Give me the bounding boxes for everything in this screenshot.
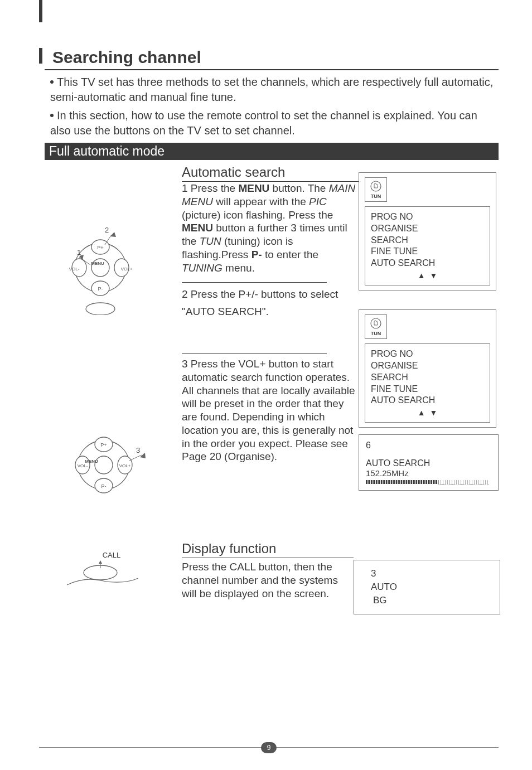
section-band: Full automatic mode (45, 143, 499, 160)
display-osd: 3 AUTO BG (354, 541, 499, 614)
svg-text:1: 1 (77, 248, 81, 256)
osd-item: FINE TUNE (371, 246, 484, 258)
svg-text:VOL+: VOL+ (121, 267, 133, 272)
svg-marker-16 (110, 232, 116, 237)
section-heading-1: Automatic search (182, 164, 359, 182)
osd-item: SEARCH (371, 235, 484, 246)
osd-item: ORGANISE (371, 360, 484, 372)
svg-text:MENU: MENU (91, 261, 104, 266)
intro-paragraph-1: This TV set has three methods to set the… (50, 75, 499, 105)
osd-menu-2: PROG NO ORGANISE SEARCH FINE TUNE AUTO S… (365, 343, 490, 423)
svg-text:2: 2 (105, 226, 109, 234)
progress-bar (366, 480, 491, 485)
intro1-text: This TV set has three methods to set the… (50, 76, 493, 103)
osd-item: PROG NO (371, 348, 484, 360)
osd-column: TUN PROG NO ORGANISE SEARCH FINE TUNE AU… (359, 164, 499, 491)
title-underline (45, 69, 499, 70)
osd-box-2: TUN PROG NO ORGANISE SEARCH FINE TUNE AU… (359, 309, 496, 428)
osd-item: AUTO SEARCH (371, 395, 484, 406)
step-1: 1 Press the MENU button. The MAIN MENU w… (182, 182, 359, 274)
svg-point-6 (86, 303, 115, 315)
top-mark (39, 0, 42, 22)
bullet-icon (50, 80, 54, 84)
page-footer: 9 (39, 747, 499, 753)
tun-icon-box: TUN (365, 314, 387, 339)
step-2: 2 Press the P+/- buttons to select "AUTO… (182, 286, 359, 320)
osd-menu-1: PROG NO ORGANISE SEARCH FINE TUNE AUTO S… (365, 206, 490, 285)
disp-system: BG (371, 594, 490, 607)
tun-label: TUN (371, 193, 381, 199)
svg-text:P-: P- (101, 483, 107, 489)
progress-channel: 6 (366, 440, 491, 451)
hand-icon (370, 317, 382, 330)
section-heading-2: Display function (182, 541, 354, 558)
arrow-icons: ▲ ▼ (371, 408, 484, 418)
display-paragraph: Press the CALL button, then the channel … (182, 560, 354, 600)
manual-page: Searching channel This TV set has three … (0, 0, 532, 770)
svg-text:P+: P+ (100, 442, 107, 448)
svg-text:VOL+: VOL+ (119, 463, 131, 468)
svg-marker-36 (99, 560, 102, 564)
svg-text:P+: P+ (97, 245, 103, 250)
bullet-icon (50, 114, 54, 117)
display-function-row: CALL Display function Press the CALL but… (45, 541, 499, 614)
intro2-text: In this section, how to use the remote c… (50, 109, 477, 137)
remote-svg-2: P+ P- VOL- VOL+ MENU 3 (48, 426, 159, 504)
remote-svg-1: P+ P- VOL- VOL+ MENU 1 2 (45, 220, 156, 315)
display-function-text: Display function Press the CALL button, … (182, 541, 354, 614)
disp-mode: AUTO (371, 580, 490, 594)
hand-icon (370, 180, 382, 192)
progress-label: AUTO SEARCH (366, 458, 491, 468)
heading-mark (39, 48, 42, 64)
step-divider-1 (182, 282, 327, 283)
osd-item: SEARCH (371, 372, 484, 384)
svg-text:VOL-: VOL- (69, 267, 80, 272)
osd-item: ORGANISE (371, 223, 484, 235)
svg-text:MENU: MENU (85, 459, 98, 464)
page-number: 9 (261, 742, 277, 753)
osd-item: AUTO SEARCH (371, 258, 484, 269)
step-3: 3 Press the VOL+ button to start automat… (182, 357, 359, 463)
osd-box-1: TUN PROG NO ORGANISE SEARCH FINE TUNE AU… (359, 172, 496, 290)
call-label: CALL (45, 551, 178, 559)
step-divider-2 (182, 353, 327, 354)
tun-icon-box: TUN (365, 177, 387, 202)
page-title: Searching channel (52, 48, 499, 67)
display-osd-box: 3 AUTO BG (354, 560, 500, 614)
osd-progress-box: 6 AUTO SEARCH 152.25MHz (359, 434, 499, 491)
progress-freq: 152.25MHz (366, 468, 491, 478)
svg-text:P-: P- (98, 286, 103, 292)
remote-diagram-2: P+ P- VOL- VOL+ MENU 3 (48, 426, 159, 506)
remote-svg-call (45, 560, 156, 594)
arrow-icons: ▲ ▼ (371, 270, 484, 280)
disp-channel: 3 (371, 567, 490, 580)
intro-paragraph-2: In this section, how to use the remote c… (50, 108, 499, 138)
automatic-search-text: Automatic search 1 Press the MENU button… (182, 164, 359, 491)
tun-label: TUN (371, 331, 381, 336)
svg-line-31 (129, 455, 142, 461)
osd-item: PROG NO (371, 211, 484, 223)
svg-text:VOL-: VOL- (78, 463, 88, 468)
svg-text:3: 3 (136, 446, 140, 454)
osd-item: FINE TUNE (371, 384, 484, 395)
remote-diagram-call: CALL (45, 541, 178, 614)
